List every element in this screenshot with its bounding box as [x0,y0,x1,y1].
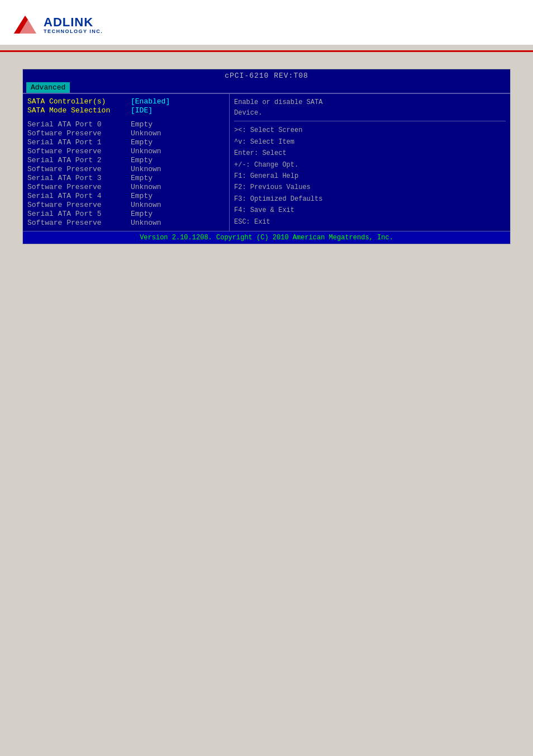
help-line2: Device. [234,109,262,117]
sata-port0-preserve-value: Unknown [131,129,161,138]
sata-port3-label: Serial ATA Port 3 [27,174,131,182]
bios-hints: ><: Select Screen ^v: Select Item Enter:… [234,121,506,228]
sata-port5-row[interactable]: Serial ATA Port 5 Empty [27,210,225,218]
sata-port4-preserve-row[interactable]: Software Preserve Unknown [27,201,225,209]
hint-f1-help: F1: General Help [234,171,506,182]
hint-change-opt: +/-: Change Opt. [234,159,506,171]
sata-port4-label: Serial ATA Port 4 [27,192,131,200]
bios-title-bar: cPCI-6210 REV:T08 [23,69,510,81]
sata-port1-label: Serial ATA Port 1 [27,138,131,147]
bios-tab-row: Advanced [23,81,510,93]
sata-port3-preserve-label: Software Preserve [27,183,131,191]
sata-port0-row[interactable]: Serial ATA Port 0 Empty [27,120,225,129]
bios-left-panel: SATA Controller(s) [Enabled] SATA Mode S… [23,94,230,231]
bios-footer-text: Version 2.10.1208. Copyright (C) 2010 Am… [140,234,393,242]
sata-controller-label: SATA Controller(s) [27,97,131,106]
bios-main: SATA Controller(s) [Enabled] SATA Mode S… [23,93,510,231]
sata-port1-preserve-row[interactable]: Software Preserve Unknown [27,147,225,155]
bios-right-panel: Enable or disable SATA Device. ><: Selec… [230,94,510,231]
sata-port1-preserve-label: Software Preserve [27,147,131,155]
sata-port2-row[interactable]: Serial ATA Port 2 Empty [27,156,225,164]
hint-f3-defaults: F3: Optimized Defaults [234,193,506,205]
sata-port0-value: Empty [131,120,153,129]
bios-title: cPCI-6210 REV:T08 [225,72,308,80]
logo-box: ADLINK TECHNOLOGY INC. [11,11,103,39]
sata-port3-preserve-value: Unknown [131,183,161,191]
sata-port0-preserve-row[interactable]: Software Preserve Unknown [27,129,225,138]
page-wrapper: ADLINK TECHNOLOGY INC. cPCI-6210 REV:T08… [0,0,533,756]
sata-port4-value: Empty [131,192,153,200]
adlink-logo-icon [11,11,39,39]
sata-port5-label: Serial ATA Port 5 [27,210,131,218]
sata-port4-preserve-label: Software Preserve [27,201,131,209]
sata-port3-value: Empty [131,174,153,182]
logo-text: ADLINK TECHNOLOGY INC. [44,16,103,35]
bios-footer: Version 2.10.1208. Copyright (C) 2010 Am… [23,231,510,244]
sata-port0-preserve-label: Software Preserve [27,129,131,138]
sata-port5-value: Empty [131,210,153,218]
sata-port2-label: Serial ATA Port 2 [27,156,131,164]
hint-f4-save: F4: Save & Exit [234,205,506,216]
hint-select-screen: ><: Select Screen [234,125,506,136]
tab-advanced[interactable]: Advanced [26,82,70,93]
sata-port4-row[interactable]: Serial ATA Port 4 Empty [27,192,225,200]
sata-port5-preserve-label: Software Preserve [27,219,131,227]
help-description: Enable or disable SATA Device. [234,97,506,119]
header-divider [0,50,533,52]
help-line1: Enable or disable SATA [234,98,322,106]
sata-port2-preserve-row[interactable]: Software Preserve Unknown [27,165,225,173]
hint-esc-exit: ESC: Exit [234,216,506,228]
sata-mode-value: [IDE] [131,106,153,115]
logo-subtitle-text: TECHNOLOGY INC. [44,29,103,35]
hint-enter-select: Enter: Select [234,148,506,159]
sata-port2-value: Empty [131,156,153,164]
logo-area: ADLINK TECHNOLOGY INC. [0,0,533,45]
sata-port1-preserve-value: Unknown [131,147,161,155]
sata-mode-row[interactable]: SATA Mode Selection [IDE] [27,106,225,115]
sata-port5-preserve-value: Unknown [131,219,161,227]
sata-port1-row[interactable]: Serial ATA Port 1 Empty [27,138,225,147]
hint-f2-prev: F2: Previous Values [234,182,506,193]
bios-screen: cPCI-6210 REV:T08 Advanced SATA Controll… [22,69,511,244]
logo-adlink-text: ADLINK [44,16,103,29]
hint-select-item: ^v: Select Item [234,136,506,148]
sata-port1-value: Empty [131,138,153,147]
sata-port5-preserve-row[interactable]: Software Preserve Unknown [27,219,225,227]
sata-controller-value: [Enabled] [131,97,170,106]
sata-port2-preserve-label: Software Preserve [27,165,131,173]
sata-port3-row[interactable]: Serial ATA Port 3 Empty [27,174,225,182]
sata-port0-label: Serial ATA Port 0 [27,120,131,129]
sata-mode-label: SATA Mode Selection [27,106,131,115]
sata-port3-preserve-row[interactable]: Software Preserve Unknown [27,183,225,191]
sata-port4-preserve-value: Unknown [131,201,161,209]
sata-controller-row[interactable]: SATA Controller(s) [Enabled] [27,97,225,106]
sata-port2-preserve-value: Unknown [131,165,161,173]
